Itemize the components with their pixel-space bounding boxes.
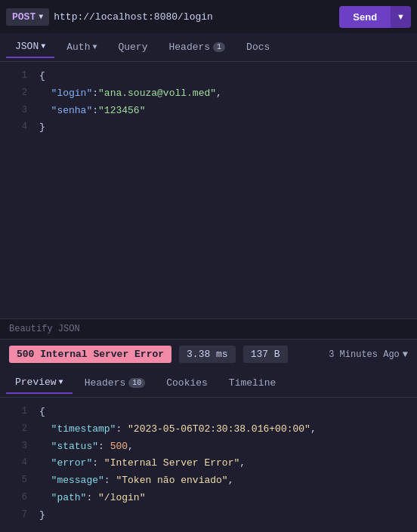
tab-json-label: JSON (15, 41, 39, 52)
resp-line-num-5: 5 (9, 473, 27, 487)
resp-line-4-content: "error": "Internal Server Error", (39, 456, 246, 472)
response-tab-headers[interactable]: Headers 10 (76, 373, 155, 393)
resp-line-1: 1 { (0, 404, 417, 421)
resp-line-5: 5 "message": "Token não enviado", (0, 472, 417, 490)
resp-line-4: 4 "error": "Internal Server Error", (0, 455, 417, 472)
time-ago-dropdown-icon[interactable]: ▼ (403, 349, 408, 360)
line-num-2: 2 (9, 86, 27, 100)
resp-line-7: 7 } (0, 507, 417, 524)
resp-line-num-6: 6 (9, 490, 27, 505)
resp-line-num-7: 7 (9, 508, 27, 522)
tab-headers-badge: 1 (213, 42, 225, 52)
resp-line-6: 6 "path": "/login" (0, 490, 417, 507)
line-num-3: 3 (9, 103, 27, 118)
request-tab-bar: JSON ▼ Auth ▼ Query Headers 1 Docs (0, 33, 417, 62)
resp-line-num-4: 4 (9, 456, 27, 470)
response-editor: 1 { 2 "timestamp": "2023-05-06T02:30:38.… (0, 398, 417, 532)
beautify-bar[interactable]: Beautify JSON (0, 318, 417, 339)
response-size: 137 B (243, 346, 288, 363)
tab-headers-label: Headers (168, 42, 210, 53)
top-bar: POST ▼ Send ▼ (0, 0, 417, 33)
tab-json[interactable]: JSON ▼ (6, 36, 54, 58)
tab-headers[interactable]: Headers 1 (159, 37, 234, 57)
line-num-1: 1 (9, 69, 27, 83)
tab-auth-dropdown-icon: ▼ (92, 43, 97, 51)
response-tab-timeline-label: Timeline (229, 377, 276, 389)
response-tab-bar: Preview ▼ Headers 10 Cookies Timeline (0, 369, 417, 398)
tab-docs[interactable]: Docs (237, 37, 279, 57)
resp-line-2: 2 "timestamp": "2023-05-06T02:30:38.016+… (0, 421, 417, 438)
editor-line-2-content: "login":"ana.souza@voll.med", (39, 86, 222, 102)
main-content: JSON ▼ Auth ▼ Query Headers 1 Docs 1 { 2… (0, 33, 417, 532)
send-dropdown-button[interactable]: ▼ (391, 6, 411, 28)
method-selector[interactable]: POST ▼ (6, 8, 49, 26)
response-tab-preview[interactable]: Preview ▼ (6, 372, 73, 394)
tab-auth-label: Auth (66, 42, 90, 53)
url-input[interactable] (54, 11, 335, 23)
editor-line-2: 2 "login":"ana.souza@voll.med", (0, 85, 417, 103)
editor-brace-close: } (39, 120, 45, 136)
line-num-4: 4 (9, 120, 27, 134)
tab-json-dropdown-icon: ▼ (41, 42, 45, 51)
request-editor[interactable]: 1 { 2 "login":"ana.souza@voll.med", 3 "s… (0, 62, 417, 318)
response-tab-headers-label: Headers (85, 377, 126, 389)
tab-query-label: Query (118, 42, 147, 53)
resp-line-num-3: 3 (9, 439, 27, 454)
resp-brace-open: { (39, 404, 45, 420)
method-dropdown-icon: ▼ (39, 13, 43, 21)
response-tab-preview-icon: ▼ (59, 378, 63, 386)
editor-line-3-content: "senha":"123456" (39, 103, 145, 119)
response-tab-cookies-label: Cookies (166, 377, 208, 389)
resp-line-6-content: "path": "/login" (39, 490, 145, 506)
editor-line-3: 3 "senha":"123456" (0, 103, 417, 120)
resp-brace-close: } (39, 508, 45, 524)
tab-query[interactable]: Query (109, 37, 156, 57)
send-button-group: Send ▼ (339, 6, 411, 28)
editor-brace-open: { (39, 69, 45, 85)
resp-line-3: 3 "status": 500, (0, 438, 417, 456)
beautify-label: Beautify JSON (9, 324, 80, 334)
method-label: POST (12, 11, 36, 23)
resp-line-num-1: 1 (9, 404, 27, 419)
status-badge: 500 Internal Server Error (9, 346, 171, 363)
response-tab-timeline[interactable]: Timeline (220, 373, 285, 393)
send-button[interactable]: Send (339, 6, 391, 28)
editor-line-1: 1 { (0, 68, 417, 85)
time-ago-label: 3 Minutes Ago (329, 349, 400, 360)
tab-docs-label: Docs (246, 42, 270, 53)
response-time: 3.38 ms (179, 346, 236, 363)
time-ago: 3 Minutes Ago ▼ (329, 349, 408, 360)
tab-auth[interactable]: Auth ▼ (57, 37, 106, 57)
resp-line-5-content: "message": "Token não enviado", (39, 473, 233, 489)
response-tab-headers-badge: 10 (128, 378, 145, 388)
resp-line-3-content: "status": 500, (39, 439, 134, 455)
resp-line-num-2: 2 (9, 422, 27, 436)
resp-line-2-content: "timestamp": "2023-05-06T02:30:38.016+00… (39, 422, 317, 438)
response-status-bar: 500 Internal Server Error 3.38 ms 137 B … (0, 339, 417, 369)
response-tab-preview-label: Preview (15, 377, 57, 388)
editor-line-4: 4 } (0, 119, 417, 137)
response-tab-cookies[interactable]: Cookies (157, 373, 217, 393)
